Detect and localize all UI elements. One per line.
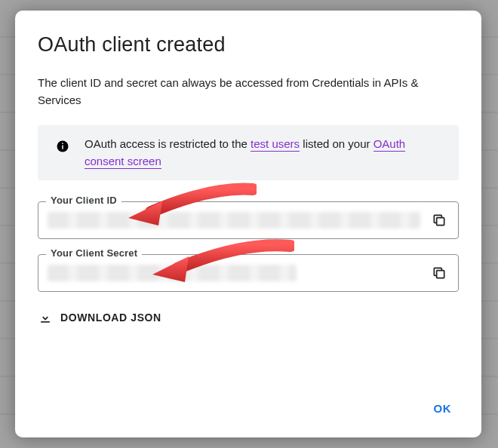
copy-icon	[432, 213, 447, 228]
info-text-middle: listed on your	[303, 137, 373, 150]
svg-rect-3	[437, 218, 444, 226]
copy-icon	[432, 265, 447, 281]
dialog-subtitle: The client ID and secret can always be a…	[38, 75, 459, 109]
client-id-label: Your Client ID	[46, 195, 121, 206]
copy-client-secret-button[interactable]	[429, 263, 449, 283]
info-icon	[54, 138, 71, 155]
ok-button[interactable]: OK	[426, 396, 460, 421]
client-secret-value	[48, 265, 297, 281]
info-text-prefix: OAuth access is restricted to the	[85, 137, 251, 150]
oauth-client-created-dialog: OAuth client created The client ID and s…	[15, 11, 481, 437]
client-id-value	[48, 212, 420, 229]
info-banner-text: OAuth access is restricted to the test u…	[85, 136, 445, 170]
download-icon	[38, 310, 53, 325]
client-id-field: Your Client ID	[38, 201, 459, 239]
info-banner: OAuth access is restricted to the test u…	[38, 125, 459, 180]
dialog-title: OAuth client created	[38, 33, 459, 57]
copy-client-id-button[interactable]	[429, 210, 449, 230]
test-users-link[interactable]: test users	[251, 137, 300, 152]
svg-rect-2	[62, 143, 63, 145]
client-secret-field: Your Client Secret	[38, 254, 459, 292]
svg-rect-1	[62, 146, 63, 149]
client-secret-label: Your Client Secret	[46, 247, 142, 259]
download-json-label: DOWNLOAD JSON	[60, 311, 161, 324]
svg-rect-5	[41, 321, 50, 323]
dialog-actions: OK	[38, 396, 459, 421]
download-json-button[interactable]: DOWNLOAD JSON	[38, 310, 161, 325]
svg-rect-4	[437, 271, 444, 278]
